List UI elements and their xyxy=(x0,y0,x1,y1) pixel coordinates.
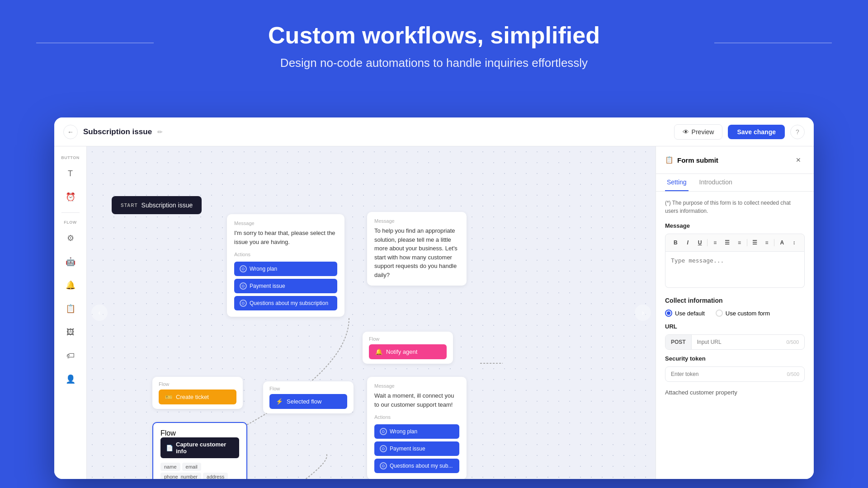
start-node[interactable]: START Subscription issue xyxy=(112,196,202,214)
sidebar-item-image[interactable]: 🖼 xyxy=(61,322,80,342)
panel-note: (*) The purpose of this form is to colle… xyxy=(665,199,805,215)
radio-default-label: Use default xyxy=(675,310,705,317)
hero-title: Custom workflows, simplified xyxy=(0,22,868,49)
back-button[interactable]: ← xyxy=(63,125,78,139)
flow-create-ticket-node[interactable]: Flow 🎫 Create ticket xyxy=(152,377,243,409)
toolbar-font-size[interactable]: ↕ xyxy=(788,237,800,249)
panel-title-text: Form submit xyxy=(677,156,718,164)
tab-introduction[interactable]: Introduction xyxy=(698,174,734,191)
toolbar-bullet-list[interactable]: ☰ xyxy=(749,237,760,249)
preview-button[interactable]: 👁 Preview xyxy=(674,124,723,140)
action-label-6: Questions about my sub... xyxy=(390,463,453,469)
help-button[interactable]: ? xyxy=(790,125,805,139)
message-textarea[interactable] xyxy=(665,252,805,288)
toolbar-align-right[interactable]: ≡ xyxy=(734,237,745,249)
toolbar-align-center[interactable]: ☰ xyxy=(722,237,733,249)
image-icon: 🖼 xyxy=(66,328,75,337)
sidebar-item-list[interactable]: 📋 xyxy=(61,299,80,319)
capture-label: Flow xyxy=(160,429,239,437)
url-row: POST 0/500 xyxy=(665,334,805,350)
save-button[interactable]: Save change xyxy=(728,125,785,139)
tag-name: name xyxy=(160,463,180,471)
tag-email: email xyxy=(182,463,201,471)
sidebar-item-bell[interactable]: 🔔 xyxy=(61,275,80,295)
sidebar: BUTTON T ⏰ FLOW ⚙ 🤖 🔔 📋 🖼 xyxy=(54,146,87,479)
workflow-title: Subscription issue xyxy=(83,127,152,136)
radio-default[interactable]: Use default xyxy=(665,310,705,317)
button-section-label: BUTTON xyxy=(61,155,79,160)
toolbar-underline[interactable]: U xyxy=(694,237,706,249)
token-input[interactable] xyxy=(665,366,805,382)
flow-notify-label: Flow xyxy=(369,336,447,342)
tab-setting[interactable]: Setting xyxy=(665,174,689,191)
capture-title: Capture customer info xyxy=(176,441,234,455)
sidebar-item-tag[interactable]: 🏷 xyxy=(61,346,80,366)
radio-default-dot xyxy=(667,311,670,315)
right-panel: 📋 Form submit ✕ Setting Introduction (*)… xyxy=(656,146,814,479)
panel-body: (*) The purpose of this form is to colle… xyxy=(656,192,814,404)
selected-icon: ⚡ xyxy=(276,398,283,405)
text-icon: T xyxy=(68,169,73,178)
action-payment-3[interactable]: ⊙ Payment issue xyxy=(374,441,459,456)
tag-phone: phone_number xyxy=(160,473,201,479)
flow-notify-node[interactable]: Flow 🔔 Notify agent xyxy=(363,332,453,364)
action-label-4: Wrong plan xyxy=(390,428,417,435)
panel-icon: 📋 xyxy=(665,156,674,164)
action-wrong-plan-3[interactable]: ⊙ Wrong plan xyxy=(374,424,459,439)
message3-actions-label: Actions xyxy=(374,414,459,420)
notify-agent-btn[interactable]: 🔔 Notify agent xyxy=(369,344,447,359)
toolbar-ordered-list[interactable]: ≡ xyxy=(761,237,773,249)
sidebar-item-clock[interactable]: ⏰ xyxy=(61,187,80,207)
canvas-prev-button[interactable]: ‹ xyxy=(91,305,108,321)
toolbar-align-left[interactable]: ≡ xyxy=(709,237,721,249)
action-payment-1[interactable]: ⊙ Payment issue xyxy=(234,279,337,293)
flow-selected-label: Flow xyxy=(269,386,347,391)
panel-close-button[interactable]: ✕ xyxy=(792,154,805,166)
main-layout: BUTTON T ⏰ FLOW ⚙ 🤖 🔔 📋 🖼 xyxy=(54,146,814,479)
url-method: POST xyxy=(665,335,692,349)
toolbar-italic[interactable]: I xyxy=(682,237,693,249)
panel-tabs: Setting Introduction xyxy=(656,174,814,192)
sidebar-item-person[interactable]: 👤 xyxy=(61,369,80,389)
message2-text: To help you find an appropriate solution… xyxy=(374,226,459,279)
sidebar-item-robot[interactable]: 🤖 xyxy=(61,252,80,272)
action-wrong-plan-1[interactable]: ⊙ Wrong plan xyxy=(234,262,337,276)
url-count: 0/500 xyxy=(781,335,804,349)
tag-address: address xyxy=(203,473,228,479)
selected-flow-label: Selected flow xyxy=(287,398,321,405)
capture-header: 📄 Capture customer info xyxy=(160,437,239,458)
edit-title-icon[interactable]: ✏ xyxy=(157,128,163,136)
message3-text: Wait a moment, ill connect you to our cu… xyxy=(374,391,459,409)
close-icon: ✕ xyxy=(796,156,801,164)
sidebar-item-text[interactable]: T xyxy=(61,164,80,183)
radio-default-circle xyxy=(665,310,672,317)
canvas-next-button[interactable]: › xyxy=(635,305,651,321)
message2-node[interactable]: Message To help you find an appropriate … xyxy=(367,212,467,286)
start-badge: START xyxy=(121,203,138,208)
flow-section-label: FLOW xyxy=(64,220,77,225)
sidebar-item-flow[interactable]: ⚙ xyxy=(61,228,80,248)
create-ticket-btn[interactable]: 🎫 Create ticket xyxy=(159,389,236,404)
action-icon-1: ⊙ xyxy=(240,265,247,272)
flow-canvas: ‹ › START Subscription issue xyxy=(87,146,656,479)
capture-node[interactable]: Flow 📄 Capture customer info name email … xyxy=(152,422,247,479)
flow-selected-node[interactable]: Flow ⚡ Selected flow xyxy=(263,381,354,413)
toolbar-color[interactable]: A xyxy=(776,237,788,249)
url-input[interactable] xyxy=(692,335,781,349)
flow-create-label: Flow xyxy=(159,381,236,387)
radio-group: Use default Use custom form xyxy=(665,310,805,317)
action-icon-6: ⊙ xyxy=(380,462,387,469)
action-questions-1[interactable]: ⊙ Questions about my subscription xyxy=(234,296,337,310)
radio-custom[interactable]: Use custom form xyxy=(716,310,770,317)
list-icon: 📋 xyxy=(66,304,75,314)
message1-node[interactable]: Message I'm sorry to hear that, please s… xyxy=(227,214,344,317)
hero-subtitle: Design no-code automations to handle inq… xyxy=(0,56,868,70)
message2-label: Message xyxy=(374,218,459,224)
question-icon: ? xyxy=(796,128,799,136)
message1-actions-label: Actions xyxy=(234,252,337,257)
toolbar-bold[interactable]: B xyxy=(670,237,681,249)
message3-node[interactable]: Message Wait a moment, ill connect you t… xyxy=(367,377,467,479)
action-questions-3[interactable]: ⊙ Questions about my sub... xyxy=(374,459,459,473)
selected-flow-btn[interactable]: ⚡ Selected flow xyxy=(269,394,347,409)
app-window: ← Subscription issue ✏ 👁 Preview Save ch… xyxy=(54,117,814,479)
